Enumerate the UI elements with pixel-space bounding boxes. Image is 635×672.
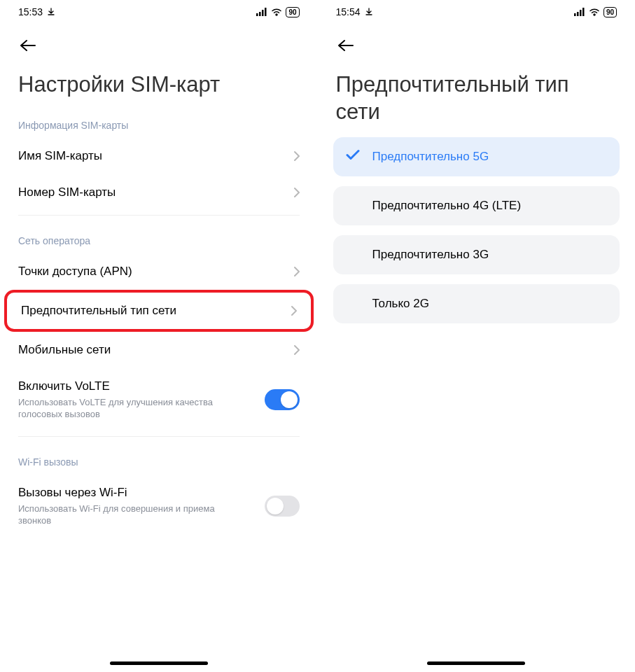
- svg-rect-0: [256, 13, 258, 16]
- option-label: Только 2G: [372, 297, 429, 310]
- svg-rect-1: [259, 12, 261, 16]
- nav-bar[interactable]: [0, 662, 318, 665]
- wifi-icon: [589, 8, 600, 16]
- section-sim-info: Информация SIM-карты: [0, 104, 318, 138]
- page-title: Настройки SIM-карт: [0, 56, 318, 104]
- signal-icon: [574, 8, 585, 16]
- row-label: Мобильные сети: [18, 343, 293, 357]
- section-operator: Сеть оператора: [0, 220, 318, 253]
- status-bar: 15:53 90: [0, 0, 318, 24]
- status-bar: 15:54 90: [318, 0, 636, 24]
- svg-rect-4: [574, 13, 576, 16]
- row-wifi-calling[interactable]: Вызовы через Wi-Fi Использовать Wi-Fi дл…: [0, 475, 318, 538]
- check-icon: [346, 149, 360, 164]
- back-arrow-icon[interactable]: [336, 39, 617, 52]
- page-title: Предпочтительный тип сети: [318, 56, 636, 132]
- divider: [18, 215, 300, 216]
- row-sublabel: Использовать Wi-Fi для совершения и прие…: [18, 503, 228, 527]
- phone-left: 15:53 90 Настройки SIM-карт Информация S…: [0, 0, 318, 672]
- section-wifi-calls: Wi-Fi вызовы: [0, 441, 318, 475]
- svg-rect-3: [265, 8, 267, 16]
- nav-bar[interactable]: [318, 662, 636, 665]
- volte-toggle[interactable]: [265, 389, 300, 410]
- row-apn[interactable]: Точки доступа (APN): [0, 253, 318, 290]
- row-volte[interactable]: Включить VoLTE Использовать VoLTE для ул…: [0, 368, 318, 432]
- option-3g[interactable]: Предпочтительно 3G: [333, 235, 620, 274]
- row-sublabel: Использовать VoLTE для улучшения качеств…: [18, 396, 228, 421]
- chevron-right-icon: [293, 187, 300, 198]
- option-label: Предпочтительно 3G: [372, 248, 489, 261]
- back-arrow-icon[interactable]: [18, 39, 300, 52]
- chevron-right-icon: [293, 266, 300, 277]
- signal-icon: [256, 8, 267, 16]
- row-label: Имя SIM-карты: [18, 149, 286, 163]
- battery-level: 90: [288, 8, 296, 17]
- download-icon: [365, 8, 373, 16]
- row-label: Предпочтительный тип сети: [21, 304, 291, 318]
- option-2g[interactable]: Только 2G: [333, 284, 620, 323]
- row-label: Номер SIM-карты: [18, 186, 286, 200]
- phone-right: 15:54 90 Предпочтительный тип сети: [318, 0, 636, 672]
- row-label: Точки доступа (APN): [18, 265, 293, 279]
- wifi-call-toggle[interactable]: [265, 496, 300, 517]
- row-label: Вызовы через Wi-Fi: [18, 486, 265, 500]
- battery-indicator: 90: [603, 7, 617, 18]
- option-label: Предпочтительно 4G (LTE): [372, 199, 522, 212]
- battery-level: 90: [606, 8, 614, 17]
- svg-rect-6: [580, 10, 582, 16]
- svg-rect-2: [262, 10, 264, 16]
- option-4g[interactable]: Предпочтительно 4G (LTE): [333, 186, 620, 225]
- chevron-right-icon: [291, 305, 297, 316]
- status-time: 15:54: [336, 6, 361, 18]
- svg-rect-5: [577, 12, 579, 16]
- row-sim-number[interactable]: Номер SIM-карты: [0, 174, 318, 211]
- option-5g[interactable]: Предпочтительно 5G: [333, 137, 620, 176]
- wifi-icon: [271, 8, 282, 16]
- battery-indicator: 90: [286, 7, 299, 18]
- network-options-list: Предпочтительно 5G Предпочтительно 4G (L…: [318, 132, 636, 339]
- divider: [18, 436, 300, 437]
- row-label: Включить VoLTE: [18, 379, 265, 393]
- row-mobile-networks[interactable]: Мобильные сети: [0, 332, 318, 368]
- chevron-right-icon: [293, 344, 300, 356]
- download-icon: [47, 8, 55, 16]
- chevron-right-icon: [293, 150, 300, 162]
- svg-rect-7: [582, 8, 585, 16]
- status-time: 15:53: [18, 6, 43, 18]
- highlighted-row-preferred-network: Предпочтительный тип сети: [4, 290, 314, 332]
- option-label: Предпочтительно 5G: [372, 150, 489, 163]
- row-preferred-network[interactable]: Предпочтительный тип сети: [7, 293, 311, 329]
- row-sim-name[interactable]: Имя SIM-карты: [0, 138, 318, 174]
